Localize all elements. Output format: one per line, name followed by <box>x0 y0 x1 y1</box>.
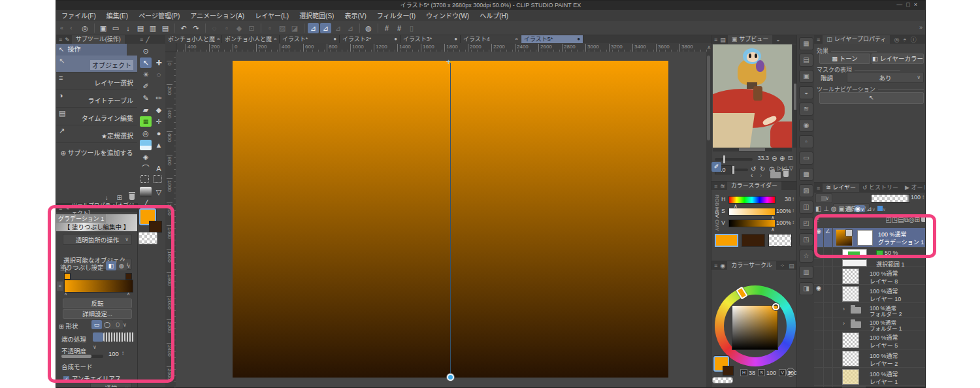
transparent-swatch[interactable] <box>768 234 792 247</box>
layer-panel-tab-0[interactable]: ≋ レイヤー <box>823 184 859 192</box>
opacity-stepper[interactable]: ↕ <box>922 194 924 200</box>
edit-cell[interactable] <box>823 259 833 267</box>
special-ruler-snap-icon[interactable]: ⊿ <box>345 23 356 33</box>
toolbar-overflow-icon[interactable]: » <box>919 24 923 31</box>
auto-eyedropper-toggle[interactable]: ✐ <box>711 162 721 172</box>
layer-thumbnail[interactable] <box>842 369 859 385</box>
eyedropper-tool[interactable]: ✐ <box>140 81 152 91</box>
prev-image-icon[interactable]: ‹ <box>751 172 753 179</box>
layer-thumbnail[interactable] <box>842 351 859 366</box>
layer-color-icon[interactable]: ∨ <box>877 205 886 212</box>
selection-launcher-icon[interactable]: ▫ <box>265 23 276 33</box>
layer-opacity-value[interactable]: 100 <box>911 194 921 201</box>
export-webtoon-icon[interactable]: ▤ <box>160 23 171 33</box>
dock-icon-14[interactable]: ▥ <box>799 266 813 279</box>
layer-row-9[interactable]: 100 %通常レイヤー 1 <box>814 368 926 386</box>
airbrush-tool[interactable]: ● <box>153 128 165 138</box>
stepper-icon[interactable]: ↕ <box>792 208 794 214</box>
layer-color-button[interactable]: ◧ レイヤーカラー <box>872 54 924 64</box>
invert-selection-icon[interactable]: ◆ <box>234 23 245 33</box>
visibility-cell[interactable] <box>814 368 824 385</box>
move-tool[interactable]: ✚ <box>153 57 165 68</box>
subview-image[interactable] <box>713 44 792 148</box>
new-canvas-icon[interactable]: ▣ <box>98 23 109 33</box>
transparent-swatch[interactable] <box>712 377 733 383</box>
blend-tool[interactable]: ◎ <box>140 128 152 138</box>
eraser-tool[interactable]: ◆ <box>153 105 165 115</box>
layer-thumbnail[interactable] <box>842 259 867 267</box>
main-color-swatch[interactable] <box>715 234 738 247</box>
palette-color-dropdown[interactable]: ∨ <box>815 193 832 203</box>
visibility-cell[interactable] <box>814 331 824 349</box>
curve-tool[interactable]: ⌒ <box>140 163 152 174</box>
subtool-item-3[interactable]: ▤タイムライン編集 <box>56 108 137 125</box>
redo-icon[interactable]: ↷ <box>191 23 202 33</box>
mesh-transform-icon[interactable]: ◪ <box>289 23 301 33</box>
pencil-tool[interactable]: ✏ <box>153 93 165 103</box>
text-tool[interactable]: A <box>153 163 165 174</box>
subtool-item-1[interactable]: ≡レイヤー選択 <box>56 73 137 90</box>
menu-item-9[interactable]: ヘルプ(H) <box>480 10 508 20</box>
dock-arrows[interactable]: « ‹ <box>60 25 75 31</box>
layer-panel-tab-1[interactable]: ↺ ヒストリー <box>859 184 902 192</box>
snap-to-ruler-icon[interactable]: ⊿ <box>308 23 319 33</box>
snap-to-grid-icon[interactable]: ⊿ <box>333 23 344 33</box>
canvas-tab-6[interactable]: イラスト5*● <box>521 35 583 43</box>
pen-tool[interactable]: ✎ <box>140 93 152 103</box>
selection-tool[interactable] <box>140 175 149 183</box>
dock-icon-12[interactable]: ◳ <box>799 233 813 246</box>
edit-cell[interactable] <box>823 285 833 302</box>
edit-cell[interactable] <box>823 331 833 349</box>
selection-area-tool[interactable]: ◌ <box>153 69 165 80</box>
menu-item-4[interactable]: レイヤー(L) <box>255 10 289 20</box>
canvas-scrollbar[interactable]: ∧ <box>706 52 711 388</box>
subtool-group-operation[interactable]: ↖操作 <box>56 44 127 56</box>
mask-enable-icon[interactable]: ◉∨ <box>855 205 865 212</box>
layer-property-tab[interactable]: ◫レイヤープロパティ <box>823 35 890 44</box>
menu-item-5[interactable]: 選択範囲(S) <box>299 10 334 20</box>
reset-view-icon[interactable]: ▽ <box>789 165 793 171</box>
h-slider[interactable]: ∧ <box>728 196 776 204</box>
dock-icon-7[interactable]: ▭ <box>799 152 813 165</box>
menu-item-0[interactable]: ファイル(F) <box>61 10 96 20</box>
tone-button[interactable]: ▩ トーン <box>819 54 870 64</box>
grid-settings-icon[interactable]: # <box>394 23 405 33</box>
export-multi-icon[interactable]: ▥ <box>148 23 159 33</box>
frame-border-tool[interactable]: ▲ <box>153 140 165 150</box>
menu-item-6[interactable]: 表示(V) <box>344 10 366 20</box>
layer-row-7[interactable]: 100 %通常レイヤー 5 <box>814 331 926 349</box>
canvas-tab-0[interactable]: ポンチョ小人と魔× <box>165 35 222 43</box>
subtool-item-4[interactable]: ↗★定規選択 <box>56 125 137 143</box>
menu-item-2[interactable]: ページ管理(P) <box>139 10 180 20</box>
trash-icon[interactable] <box>129 194 135 200</box>
panel-menu-icon[interactable]: ≡ <box>140 37 143 43</box>
ruler-range-icon[interactable]: ⊿∨ <box>866 205 875 212</box>
visibility-cell[interactable] <box>814 317 824 331</box>
zoom-in-icon[interactable]: ⊕ <box>779 155 785 162</box>
lock-transparent-icon[interactable]: ▣ <box>838 205 844 212</box>
edit-cell[interactable] <box>823 349 833 367</box>
dock-icon-2[interactable]: ▣ <box>799 70 813 83</box>
border-effect-tab-icon[interactable]: ◎ <box>894 37 899 43</box>
subview-rotate-slider[interactable] <box>731 169 748 171</box>
decoration-tool[interactable]: ▦ <box>140 116 152 127</box>
canvas-tab-3[interactable]: イラスト2*● <box>340 35 400 43</box>
tool-navigation-button[interactable]: ↖ <box>819 92 924 104</box>
layer-opacity-slider[interactable] <box>871 194 910 202</box>
color-model-tab-RGB[interactable]: RGB <box>713 195 720 206</box>
layer-row-4[interactable]: ◉100 %通常レイヤー 10 <box>814 285 926 303</box>
draft-layer-icon[interactable]: ▨ <box>846 205 852 212</box>
edit-cell[interactable] <box>823 317 833 331</box>
stepper-icon[interactable]: ↕ <box>792 219 794 225</box>
undo-icon[interactable]: ↶ <box>178 23 189 33</box>
open-folder-icon[interactable] <box>770 172 781 180</box>
canvas-settings-icon[interactable]: ▯ <box>406 23 417 33</box>
edit-cell[interactable] <box>823 303 833 317</box>
edit-cell[interactable] <box>823 368 833 385</box>
dock-icon-13[interactable]: ☆ <box>799 250 813 263</box>
subtool-item-0[interactable]: ↖オブジェクト <box>56 56 137 73</box>
menu-item-7[interactable]: フィルター(I) <box>377 10 416 20</box>
visibility-cell[interactable] <box>814 267 824 284</box>
dock-icon-10[interactable]: ◫ <box>799 201 813 214</box>
dock-icon-5[interactable]: ◉ <box>799 119 813 132</box>
